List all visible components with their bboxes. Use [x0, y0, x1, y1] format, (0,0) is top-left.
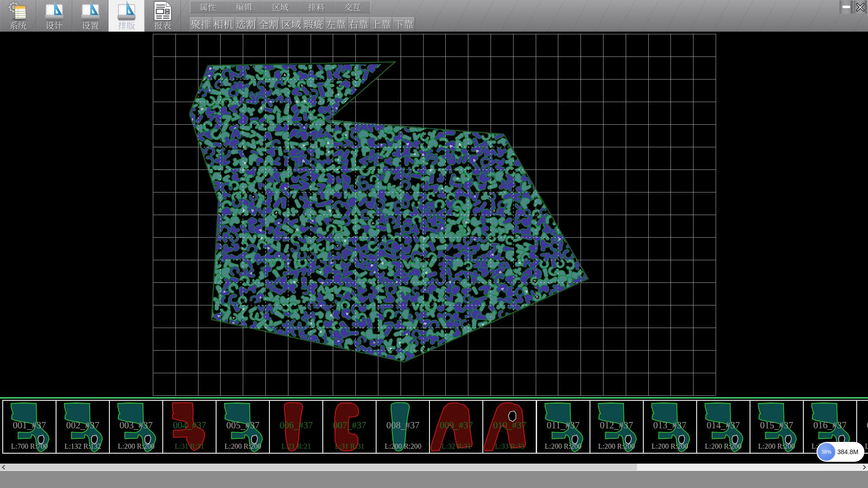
- toolbar-button-0[interactable]: [0, 0, 36, 32]
- strip-item-013_#37[interactable]: 013_#37L:200 R:200: [643, 400, 697, 454]
- part-lr-label: L:200 R:200: [110, 442, 162, 450]
- strip-separator-line: [0, 397, 868, 399]
- part-id-label: 004_#37: [163, 420, 216, 431]
- part-id-label: 012_#37: [590, 420, 643, 431]
- toolbar-button-label: [154, 21, 171, 30]
- part-id-label: 013_#37: [644, 420, 696, 431]
- strip-item-004_#37[interactable]: 004_#37L:31 R:31: [162, 400, 217, 454]
- part-lr-label: L:200 R:200: [537, 442, 590, 450]
- action-button-3[interactable]: [257, 17, 280, 32]
- close-icon: [856, 3, 865, 12]
- part-lr-label: L:31 R:31: [163, 442, 216, 450]
- part-id-label: 002_#37: [57, 420, 109, 431]
- strip-scrollbar[interactable]: [0, 464, 868, 470]
- part-lr-label: L:21 R:21: [270, 442, 322, 450]
- part-lr-label: L:31 R:31: [323, 442, 376, 450]
- action-button-2[interactable]: [235, 17, 258, 32]
- menu-tab-3[interactable]: [298, 1, 335, 13]
- part-lr-label: L:700 R:700: [3, 442, 56, 450]
- part-id-label: 011_#37: [537, 420, 590, 431]
- action-button-0[interactable]: [190, 17, 212, 32]
- menu-tabbar: [190, 1, 371, 13]
- part-lr-label: L:132 R:132: [57, 442, 109, 450]
- strip-item-011_#37[interactable]: 011_#37L:200 R:200: [536, 400, 590, 454]
- strip-item-010_#37[interactable]: 010_#37L:33 R:33: [482, 400, 537, 454]
- part-lr-label: L:200 R:200: [750, 442, 803, 450]
- toolbar-button-2[interactable]: [72, 0, 108, 32]
- scrollbar-thumb[interactable]: [7, 464, 637, 470]
- toolbar-button-label: [46, 21, 63, 30]
- nesting-scene: [0, 32, 868, 397]
- toolbar-button-4[interactable]: [145, 0, 181, 32]
- part-id-label: 007_#37: [323, 420, 376, 431]
- part-lr-label: L:200 R:200: [217, 442, 269, 450]
- action-button-1[interactable]: [212, 17, 235, 32]
- action-button-9[interactable]: [392, 17, 415, 32]
- strip-item-006_#37[interactable]: 006_#37L:21 R:21: [269, 400, 323, 454]
- menu-tab-1[interactable]: [226, 1, 263, 13]
- parts-strip: 001_#37L:700 R:700002_#37L:132 R:132003_…: [0, 400, 868, 454]
- system-gear-table-icon: [8, 0, 28, 21]
- close-button[interactable]: [854, 0, 867, 14]
- toolbar-button-1[interactable]: [36, 0, 72, 32]
- part-lr-label: L:200 R:200: [697, 442, 750, 450]
- part-lr-label: L:200 R:200: [590, 442, 643, 450]
- minimize-button[interactable]: [840, 0, 853, 14]
- memory-percent-value: 38%: [821, 449, 831, 455]
- report-document-icon: [152, 0, 173, 22]
- strip-item-012_#37[interactable]: 012_#37L:200 R:200: [590, 400, 644, 454]
- toolbar-button-label: [82, 21, 99, 30]
- strip-item-014_#37[interactable]: 014_#37L:200 R:200: [696, 400, 750, 454]
- toolbar: [0, 0, 868, 32]
- menu-tab-0[interactable]: [190, 1, 226, 13]
- part-id-label: 006_#37: [270, 420, 322, 431]
- strip-item-001_#37[interactable]: 001_#37L:700 R:700: [2, 400, 57, 454]
- part-lr-label: L:32 R:31: [430, 442, 482, 450]
- part-id-label: 001_#37: [3, 420, 56, 431]
- scrollbar-left-button[interactable]: [0, 464, 7, 470]
- part-id-label: 003_#37: [110, 420, 162, 431]
- strip-item-009_#37[interactable]: 009_#37L:32 R:31: [429, 400, 483, 454]
- drawing-board-triangle-icon: [44, 0, 65, 21]
- menu-tab-2[interactable]: [263, 1, 299, 13]
- part-lr-label: L:200 R:200: [377, 442, 429, 450]
- action-button-8[interactable]: [370, 17, 392, 32]
- strip-item-002_#37[interactable]: 002_#37L:132 R:132: [56, 400, 110, 454]
- toolbar-button-3[interactable]: [108, 0, 145, 32]
- action-button-7[interactable]: [348, 17, 370, 32]
- strip-item-003_#37[interactable]: 003_#37L:200 R:200: [109, 400, 163, 454]
- toolbar-button-label: [118, 21, 135, 30]
- strip-item-015_#37[interactable]: 015_#37L:200 R:200: [750, 400, 804, 454]
- action-button-4[interactable]: [280, 17, 302, 32]
- app-window: 001_#37L:700 R:700002_#37L:132 R:132003_…: [0, 0, 868, 488]
- part-lr-label: L:200 R:200: [644, 442, 696, 450]
- action-button-row: [190, 17, 415, 32]
- part-id-label: 015_#37: [750, 420, 803, 431]
- strip-item-008_#37[interactable]: 008_#37L:200 R:200: [376, 400, 430, 454]
- strip-item-007_#37[interactable]: 007_#37L:31 R:31: [322, 400, 377, 454]
- scrollbar-right-button[interactable]: [861, 464, 868, 470]
- action-button-5[interactable]: [302, 17, 325, 32]
- memory-badge: 38% 384.8M: [816, 442, 864, 462]
- part-lr-label: L:33 R:33: [483, 442, 536, 450]
- part-id-label: 016_#37: [804, 420, 856, 431]
- drawing-board-triangle-icon: [116, 0, 137, 21]
- action-button-6[interactable]: [325, 17, 348, 32]
- chevron-left-icon: [2, 465, 5, 469]
- strip-item-005_#37[interactable]: 005_#37L:200 R:200: [216, 400, 270, 454]
- part-id-label: 014_#37: [697, 420, 750, 431]
- part-id-label: 010_#37: [483, 420, 536, 431]
- minimize-icon: [841, 0, 851, 14]
- memory-percent-bubble: 38%: [817, 443, 835, 461]
- nesting-canvas[interactable]: [0, 32, 868, 397]
- part-id-label: 005_#37: [217, 420, 269, 431]
- toolbar-button-label: [9, 21, 27, 30]
- memory-value: 384.8M: [837, 442, 863, 462]
- part-id-label: 009_#37: [430, 420, 482, 431]
- drawing-board-triangle-icon: [80, 0, 101, 21]
- status-bar: [0, 470, 868, 488]
- part-id-label: 017_#37: [857, 420, 868, 431]
- menu-tab-4[interactable]: [335, 1, 370, 13]
- chevron-right-icon: [863, 465, 866, 469]
- part-id-label: 008_#37: [377, 420, 429, 431]
